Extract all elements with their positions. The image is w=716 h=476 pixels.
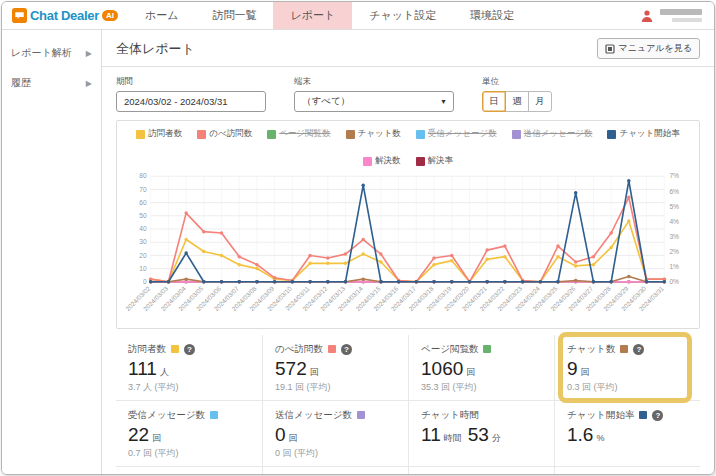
nav-item-home[interactable]: ホーム bbox=[128, 2, 196, 29]
stat-average: 35.3 回 (平均) bbox=[421, 381, 542, 394]
legend-item-1[interactable]: のべ訪問数 bbox=[197, 128, 252, 140]
stat-value: 572回 bbox=[275, 358, 396, 380]
unit-label: 単位 bbox=[482, 76, 552, 88]
svg-text:0: 0 bbox=[143, 278, 147, 285]
page-title: 全体レポート bbox=[116, 40, 195, 58]
legend-swatch bbox=[363, 157, 372, 166]
stat-card-0-0: 訪問者数?111人3.7 人 (平均) bbox=[116, 335, 262, 400]
device-label: 端末 bbox=[294, 76, 454, 88]
report-line-chart: 010203040506070800%1%2%3%4%5%6%7%2024/03… bbox=[123, 168, 693, 328]
legend-label: 送信メッセージ数 bbox=[524, 128, 593, 140]
stat-number: 0 bbox=[275, 424, 286, 445]
report-chart-panel: 訪問者数のべ訪問数ページ閲覧数チャット数受信メッセージ数送信メッセージ数チャット… bbox=[116, 120, 700, 329]
period-label: 期間 bbox=[116, 76, 266, 88]
help-icon[interactable]: ? bbox=[652, 410, 663, 421]
legend-item-0[interactable]: 訪問者数 bbox=[136, 128, 182, 140]
legend-item-2[interactable]: ページ閲覧数 bbox=[267, 128, 330, 140]
svg-text:60: 60 bbox=[139, 199, 147, 206]
user-account[interactable] bbox=[628, 2, 714, 29]
legend-label: 訪問者数 bbox=[148, 128, 182, 140]
legend-label: 受信メッセージ数 bbox=[428, 128, 497, 140]
period-input[interactable] bbox=[116, 91, 266, 112]
app-window: Chat Dealer AI ホーム訪問一覧レポートチャット設定環境設定 レポー… bbox=[1, 1, 715, 475]
stat-unit: 回 bbox=[152, 433, 161, 443]
stat-card-empty bbox=[408, 467, 554, 475]
legend-label: 解決率 bbox=[428, 155, 454, 167]
stat-value: 1060回 bbox=[421, 358, 542, 380]
stat-swatch bbox=[171, 345, 179, 353]
stat-number: 111 bbox=[128, 358, 157, 379]
stats-row-1: 受信メッセージ数22回0.7 回 (平均)送信メッセージ数0回0 回 (平均)チ… bbox=[116, 400, 700, 466]
unit-button-1[interactable]: 週 bbox=[505, 91, 529, 112]
legend-item-5[interactable]: 送信メッセージ数 bbox=[512, 128, 593, 140]
stat-number: 1.6 bbox=[567, 424, 593, 445]
legend-label: チャット数 bbox=[358, 128, 401, 140]
main-content: 全体レポート マニュアルを見る 期間 端末 （すべて） bbox=[102, 30, 714, 475]
chat-dealer-logo[interactable]: Chat Dealer AI bbox=[2, 2, 128, 29]
stat-unit: 回 bbox=[289, 433, 298, 443]
stat-unit: 分 bbox=[492, 433, 501, 443]
svg-text:0%: 0% bbox=[669, 278, 679, 285]
stat-value: 1.6% bbox=[567, 424, 688, 446]
device-filter: 端末 （すべて） ▼ bbox=[294, 76, 454, 112]
legend-item-8[interactable]: 解決率 bbox=[416, 155, 454, 167]
sidebar-item-history[interactable]: 履歴▶ bbox=[2, 68, 101, 98]
svg-text:4%: 4% bbox=[669, 218, 679, 225]
stat-value: 22回 bbox=[128, 424, 250, 446]
stat-label: チャット数 bbox=[567, 343, 615, 356]
stat-value: 9回 bbox=[567, 358, 688, 380]
help-icon[interactable]: ? bbox=[184, 344, 195, 355]
legend-item-3[interactable]: チャット数 bbox=[346, 128, 401, 140]
legend-swatch bbox=[416, 130, 425, 139]
view-manual-button[interactable]: マニュアルを見る bbox=[597, 38, 700, 59]
svg-text:5%: 5% bbox=[669, 203, 679, 210]
legend-item-4[interactable]: 受信メッセージ数 bbox=[416, 128, 497, 140]
legend-item-7[interactable]: 解決数 bbox=[363, 155, 401, 167]
stat-value: 0回 bbox=[275, 424, 396, 446]
stat-swatch bbox=[328, 345, 336, 353]
top-bar: Chat Dealer AI ホーム訪問一覧レポートチャット設定環境設定 bbox=[2, 2, 714, 30]
stat-swatch bbox=[210, 411, 218, 419]
legend-label: 解決数 bbox=[375, 155, 401, 167]
nav-item-visit-list[interactable]: 訪問一覧 bbox=[195, 2, 273, 29]
stats-summary: 訪問者数?111人3.7 人 (平均)のべ訪問数?572回19.1 回 (平均)… bbox=[116, 335, 700, 475]
manual-icon bbox=[605, 44, 615, 54]
chevron-right-icon: ▶ bbox=[86, 79, 92, 88]
svg-text:40: 40 bbox=[139, 225, 147, 232]
stat-label: 受信メッセージ数 bbox=[128, 409, 205, 422]
stat-label: チャット時間 bbox=[421, 409, 479, 422]
help-icon[interactable]: ? bbox=[341, 344, 352, 355]
stats-row-0: 訪問者数?111人3.7 人 (平均)のべ訪問数?572回19.1 回 (平均)… bbox=[116, 335, 700, 400]
help-icon[interactable]: ? bbox=[633, 344, 644, 355]
legend-swatch bbox=[267, 130, 276, 139]
stat-label: 送信メッセージ数 bbox=[275, 409, 352, 422]
nav-item-report[interactable]: レポート bbox=[273, 2, 352, 29]
stat-card-1-0: 受信メッセージ数22回0.7 回 (平均) bbox=[116, 401, 262, 466]
stat-card-0-3: チャット数?9回0.3 回 (平均) bbox=[554, 335, 700, 400]
device-select[interactable]: （すべて） ▼ bbox=[294, 91, 454, 112]
device-select-value: （すべて） bbox=[302, 95, 350, 108]
stat-average: 0.3 回 (平均) bbox=[567, 381, 688, 394]
sidebar-item-report-analysis[interactable]: レポート解析▶ bbox=[2, 38, 101, 68]
stat-label: のべ訪問数 bbox=[275, 343, 323, 356]
svg-text:3%: 3% bbox=[669, 233, 679, 240]
stat-swatch bbox=[620, 345, 628, 353]
stat-unit: 人 bbox=[160, 367, 169, 377]
legend-swatch bbox=[346, 130, 355, 139]
sidebar: レポート解析▶履歴▶ bbox=[2, 30, 102, 475]
stat-unit: 回 bbox=[581, 367, 590, 377]
stat-value: 111人 bbox=[128, 358, 250, 380]
stat-label: チャット開始率 bbox=[567, 409, 634, 422]
legend-swatch bbox=[136, 130, 145, 139]
nav-item-env-settings[interactable]: 環境設定 bbox=[453, 2, 531, 29]
svg-text:6%: 6% bbox=[669, 188, 679, 195]
unit-button-2[interactable]: 月 bbox=[528, 91, 552, 112]
legend-item-6[interactable]: チャット開始率 bbox=[607, 128, 679, 140]
sidebar-item-label: レポート解析 bbox=[11, 46, 72, 60]
period-filter: 期間 bbox=[116, 76, 266, 112]
unit-button-0[interactable]: 日 bbox=[482, 91, 506, 112]
legend-label: ページ閲覧数 bbox=[279, 128, 330, 140]
stat-card-1-2: チャット時間11時間53分 bbox=[408, 401, 554, 466]
nav-item-chat-settings[interactable]: チャット設定 bbox=[352, 2, 453, 29]
user-name-redacted bbox=[660, 9, 702, 22]
